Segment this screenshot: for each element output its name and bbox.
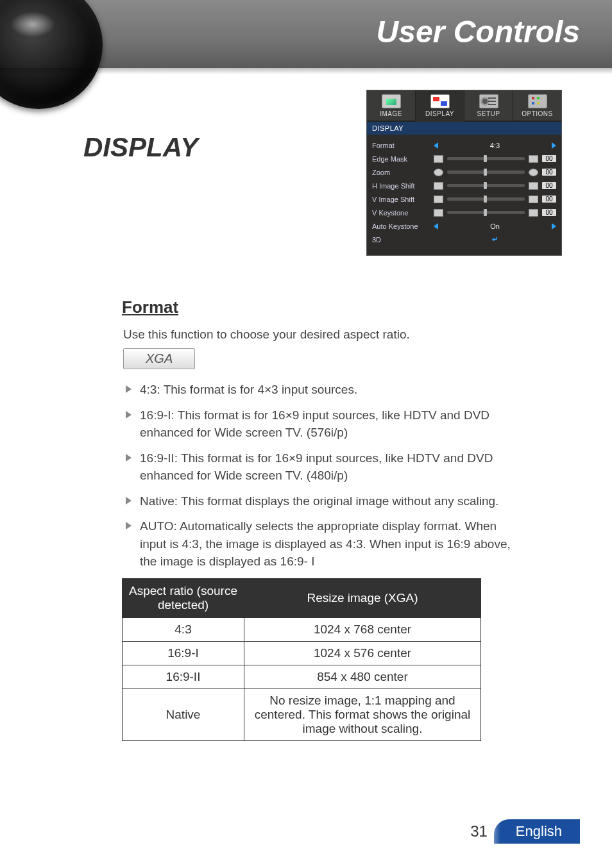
osd-row-value: 00 bbox=[542, 209, 556, 216]
osd-row-value: 00 bbox=[542, 182, 556, 189]
osd-row-3d[interactable]: 3D ↵ bbox=[372, 233, 556, 246]
osd-row-vshift[interactable]: V Image Shift 00 bbox=[372, 192, 556, 206]
osd-row-hshift[interactable]: H Image Shift 00 bbox=[372, 179, 556, 192]
setup-icon bbox=[479, 94, 498, 108]
aspect-table: Aspect ratio (source detected) Resize im… bbox=[122, 578, 481, 741]
mask-max-icon bbox=[529, 155, 538, 163]
lens-graphic bbox=[0, 0, 103, 109]
header-title: User Controls bbox=[377, 14, 580, 49]
slider[interactable] bbox=[447, 184, 525, 187]
osd-tab-image[interactable]: IMAGE bbox=[367, 90, 416, 122]
table-row: 16:9-I 1024 x 576 center bbox=[123, 641, 481, 665]
slider[interactable] bbox=[447, 197, 525, 201]
osd-row-label: 3D bbox=[372, 236, 430, 244]
slider[interactable] bbox=[447, 157, 525, 160]
table-cell: 1024 x 576 center bbox=[244, 641, 481, 665]
header-shadow bbox=[0, 68, 612, 74]
keystone-b-icon bbox=[529, 209, 538, 217]
table-cell: 854 x 480 center bbox=[244, 665, 481, 689]
zoom-in-icon bbox=[529, 169, 538, 176]
arrow-right-icon[interactable] bbox=[552, 142, 556, 149]
footer: 31 English bbox=[470, 819, 580, 844]
osd-row-label: V Keystone bbox=[372, 209, 430, 217]
language-pill: English bbox=[494, 819, 580, 844]
shift-up-icon bbox=[434, 196, 443, 203]
table-cell: No resize image, 1:1 mapping and centere… bbox=[244, 689, 481, 740]
table-header: Aspect ratio (source detected) bbox=[123, 578, 244, 617]
shift-left-icon bbox=[434, 182, 443, 190]
table-cell: 1024 x 768 center bbox=[244, 617, 481, 641]
format-list: 4:3: This format is for 4×3 input source… bbox=[123, 381, 526, 571]
osd-row-label: Format bbox=[372, 142, 430, 149]
osd-row-value: 00 bbox=[542, 155, 556, 162]
table-cell: 16:9-II bbox=[123, 665, 244, 689]
table-header: Resize image (XGA) bbox=[244, 578, 481, 617]
osd-tabbar: IMAGE DISPLAY SETUP OPTIONS bbox=[367, 90, 561, 122]
list-item: 4:3: This format is for 4×3 input source… bbox=[123, 381, 526, 399]
osd-row-value: On bbox=[442, 222, 548, 230]
arrow-right-icon[interactable] bbox=[552, 223, 556, 230]
table-cell: 16:9-I bbox=[123, 641, 244, 665]
osd-row-label: Zoom bbox=[372, 169, 430, 176]
osd-tab-label: OPTIONS bbox=[522, 110, 553, 117]
list-item: Native: This format displays the origina… bbox=[123, 492, 526, 510]
osd-tab-display[interactable]: DISPLAY bbox=[416, 90, 464, 122]
osd-rows: Format 4:3 Edge Mask 00 Zoom 00 H Image … bbox=[367, 135, 561, 255]
osd-row-value: 00 bbox=[542, 196, 556, 203]
slider[interactable] bbox=[447, 211, 525, 214]
header-band: User Controls bbox=[0, 0, 612, 68]
table-cell: Native bbox=[123, 689, 244, 740]
osd-row-label: Auto Keystone bbox=[372, 222, 430, 230]
osd-section-label: DISPLAY bbox=[367, 122, 561, 135]
image-icon bbox=[382, 94, 401, 108]
enter-icon[interactable]: ↵ bbox=[434, 235, 556, 244]
osd-row-label: V Image Shift bbox=[372, 196, 430, 203]
shift-down-icon bbox=[529, 196, 538, 203]
display-icon bbox=[430, 94, 450, 108]
xga-tag: XGA bbox=[123, 348, 195, 369]
osd-tab-label: SETUP bbox=[477, 110, 500, 117]
format-intro: Use this function to choose your desired… bbox=[123, 328, 526, 342]
table-row: 4:3 1024 x 768 center bbox=[123, 617, 481, 641]
keystone-a-icon bbox=[434, 209, 443, 217]
zoom-out-icon bbox=[434, 169, 443, 176]
mask-min-icon bbox=[434, 155, 443, 163]
osd-row-format[interactable]: Format 4:3 bbox=[372, 138, 556, 152]
shift-right-icon bbox=[529, 182, 538, 190]
osd-tab-label: IMAGE bbox=[380, 110, 402, 117]
list-item: AUTO: Automatically selects the appropri… bbox=[123, 517, 526, 571]
table-row: 16:9-II 854 x 480 center bbox=[123, 665, 481, 689]
osd-row-autokeystone[interactable]: Auto Keystone On bbox=[372, 219, 556, 233]
osd-menu: IMAGE DISPLAY SETUP OPTIONS DISPLAY Form… bbox=[366, 90, 562, 256]
osd-row-zoom[interactable]: Zoom 00 bbox=[372, 165, 556, 179]
list-item: 16:9-II: This format is for 16×9 input s… bbox=[123, 449, 526, 485]
osd-row-value: 00 bbox=[542, 169, 556, 176]
osd-row-label: H Image Shift bbox=[372, 182, 430, 190]
arrow-left-icon[interactable] bbox=[434, 223, 438, 230]
arrow-left-icon[interactable] bbox=[434, 142, 438, 149]
osd-row-label: Edge Mask bbox=[372, 155, 430, 163]
page-number: 31 bbox=[470, 822, 494, 840]
osd-row-value: 4:3 bbox=[442, 142, 548, 149]
table-cell: 4:3 bbox=[123, 617, 244, 641]
format-heading: Format bbox=[122, 297, 526, 317]
osd-tab-setup[interactable]: SETUP bbox=[464, 90, 513, 122]
body-content: Format Use this function to choose your … bbox=[115, 297, 526, 741]
osd-row-vkeystone[interactable]: V Keystone 00 bbox=[372, 206, 556, 219]
slider[interactable] bbox=[447, 171, 525, 174]
osd-row-edgemask[interactable]: Edge Mask 00 bbox=[372, 152, 556, 165]
table-row: Native No resize image, 1:1 mapping and … bbox=[123, 689, 481, 740]
osd-tab-options[interactable]: OPTIONS bbox=[513, 90, 561, 122]
options-icon bbox=[528, 94, 547, 108]
list-item: 16:9-I: This format is for 16×9 input so… bbox=[123, 406, 526, 442]
osd-tab-label: DISPLAY bbox=[425, 110, 454, 117]
